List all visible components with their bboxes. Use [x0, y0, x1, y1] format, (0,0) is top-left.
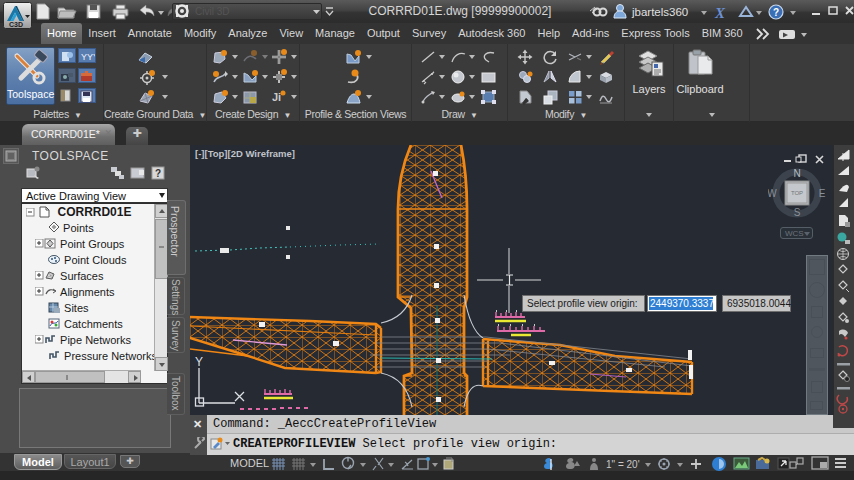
svg-text:1" = 20': 1" = 20' — [606, 459, 640, 470]
svg-text:?: ? — [155, 168, 161, 179]
svg-text:S: S — [794, 207, 801, 218]
svg-text:Civil 3D: Civil 3D — [195, 6, 229, 17]
svg-text:E: E — [819, 188, 826, 199]
svg-text:N: N — [793, 168, 800, 179]
svg-text:X: X — [714, 5, 726, 21]
svg-text:jbartels360: jbartels360 — [631, 6, 688, 18]
svg-text:W: W — [768, 188, 777, 199]
svg-text:Y: Y — [195, 355, 203, 369]
svg-text:YYY: YYY — [81, 52, 95, 62]
svg-text:C3D: C3D — [9, 21, 23, 28]
svg-text:Ji: Ji — [272, 91, 281, 103]
svg-text:TOP: TOP — [791, 190, 803, 196]
svg-text:?: ? — [773, 7, 779, 18]
